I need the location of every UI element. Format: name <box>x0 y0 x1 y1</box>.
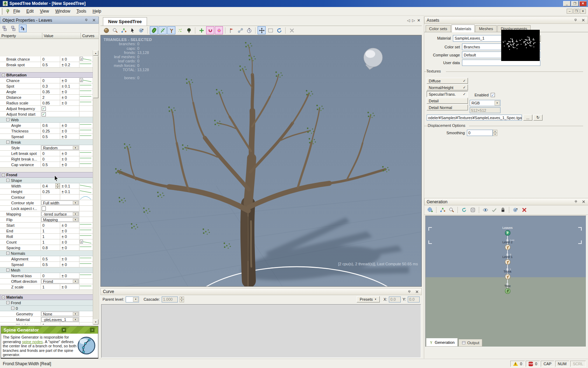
mdi-minimize-button[interactable]: – <box>567 9 573 14</box>
property-row-angle[interactable]: Angle0.6± 0 <box>0 123 93 128</box>
pin-icon[interactable] <box>407 289 412 294</box>
close-button[interactable]: ✕ <box>579 1 587 6</box>
x-input[interactable]: 0.0 <box>389 297 401 302</box>
scroll-down-icon[interactable]: ▼ <box>93 319 98 325</box>
rotate-icon[interactable] <box>275 26 283 34</box>
delete-red-icon[interactable] <box>520 206 528 214</box>
flower-icon[interactable] <box>215 26 223 34</box>
show-fronds-icon[interactable] <box>159 26 167 34</box>
move-icon[interactable] <box>258 26 266 34</box>
close-panel-icon[interactable] <box>581 199 586 204</box>
generator-node-tree[interactable]: Tree <box>493 284 522 294</box>
tab-meshes[interactable]: Meshes <box>475 25 496 32</box>
globe-add-icon[interactable] <box>426 206 434 214</box>
property-row-break-chance[interactable]: Break chance0± 02 <box>0 56 93 62</box>
subgroup-web[interactable]: −Web <box>0 117 93 123</box>
show-leaves-icon[interactable] <box>150 26 158 34</box>
property-row-radius-scale[interactable]: Radius scale0.85± 0 <box>0 100 93 106</box>
magnet-icon[interactable] <box>206 26 214 34</box>
property-row-height[interactable]: Height0.25± 0.1 <box>0 189 93 195</box>
expand-all-icon[interactable] <box>1 25 9 32</box>
property-row-material[interactable]: Material·pleLeaves_1▼ <box>0 317 93 322</box>
generator-node-level-2[interactable]: Level 2 <box>493 240 522 250</box>
column-property[interactable]: Property <box>0 33 42 39</box>
eye-icon[interactable] <box>481 206 489 214</box>
delete-icon[interactable] <box>288 26 296 34</box>
texture-path-input[interactable]: odeler¥Samples¥Textures¥SampleLeaves_1_S… <box>427 115 522 121</box>
property-row-spread[interactable]: Spread0.5± 0 <box>0 134 93 139</box>
timer-icon[interactable] <box>245 26 253 34</box>
close-panel-icon[interactable] <box>581 18 586 23</box>
curve-edit-area[interactable] <box>101 304 421 358</box>
zoom-icon[interactable] <box>447 206 455 214</box>
property-row-offset-direction[interactable]: Offset directionFrond▼ <box>0 279 93 284</box>
property-row-thickness[interactable]: Thickness0.25± 0 <box>0 128 93 134</box>
document-tab[interactable]: New SpeedTree <box>103 17 147 26</box>
subgroup-frond[interactable]: −Frond <box>0 300 93 306</box>
warning-count[interactable]: 0 <box>510 361 525 367</box>
enabled-checkbox[interactable]: ✓ <box>491 93 495 97</box>
cascade-input[interactable]: 1.000 <box>162 297 178 302</box>
group-frond[interactable]: −Frond <box>0 172 93 178</box>
pin-icon[interactable] <box>573 199 578 204</box>
error-count[interactable]: STOP 0 <box>526 361 540 367</box>
mdi-close-button[interactable]: ✕ <box>580 9 586 14</box>
property-row-contour-style[interactable]: Contour styleFull width▼ <box>0 200 93 206</box>
prev-tab-icon[interactable]: ◁ <box>407 18 410 23</box>
presets-button[interactable]: Presets▼ <box>357 296 380 302</box>
property-row-geometry[interactable]: GeometryNone▼ <box>0 311 93 317</box>
close-panel-icon[interactable] <box>91 18 96 23</box>
property-row-adjust-frond-start[interactable]: Adjust frond start✓ <box>0 111 93 117</box>
select-cursor-icon[interactable] <box>128 26 136 34</box>
whats-this-icon[interactable]: ? <box>19 25 27 32</box>
subgroup-shape[interactable]: −Shape <box>0 178 93 183</box>
property-row-adjust-frequency[interactable]: Adjust frequency✓ <box>0 106 93 111</box>
property-row-cap-variance[interactable]: Cap variance0.5± 0 <box>0 162 93 168</box>
close-panel-icon[interactable] <box>414 289 419 294</box>
property-row-width[interactable]: Width0.4▲▼± 0.1 <box>0 183 93 189</box>
lock-icon[interactable] <box>499 206 507 214</box>
bone-add-icon[interactable]: B <box>137 26 145 34</box>
help-list-icon[interactable]: ≡ <box>90 328 94 332</box>
property-row-alignment[interactable]: Alignment0.5± 0 <box>0 256 93 262</box>
show-tree-icon[interactable] <box>185 26 193 34</box>
bone-add-icon[interactable]: B <box>511 206 519 214</box>
property-row-flip[interactable]: FlipMapping▼ <box>0 217 93 223</box>
cascade-stepper[interactable]: ▲▼ <box>180 297 184 302</box>
next-tab-icon[interactable]: ▷ <box>412 18 415 23</box>
menu-tools[interactable]: Tools <box>74 8 90 15</box>
tab-output[interactable]: Output <box>458 339 483 347</box>
property-row-spot[interactable]: Spot0.3± 0.1 <box>0 83 93 89</box>
reload-texture-button[interactable]: ↻ <box>533 115 542 121</box>
add-node-icon[interactable] <box>197 26 205 34</box>
spine-nodes-link[interactable]: spine nodes <box>22 340 43 344</box>
refresh-icon[interactable] <box>460 206 468 214</box>
texture-button-detail-normal[interactable]: Detail Normal <box>427 104 468 110</box>
grid-scrollbar[interactable]: ▲ ▼ <box>93 50 98 325</box>
property-row-lock-aspect-r-[interactable]: Lock aspect r... <box>0 206 93 211</box>
menu-window[interactable]: Window <box>52 8 74 15</box>
tab-generation[interactable]: Generation <box>426 338 458 347</box>
property-row-break-spot[interactable]: Break spot0.5± 0.2 <box>0 62 93 68</box>
mdi-restore-button[interactable]: ❐ <box>573 9 579 14</box>
menu-file[interactable]: File <box>10 8 23 15</box>
generator-node-trunk[interactable]: Trunk <box>493 270 522 280</box>
subgroup-normals[interactable]: −Normals <box>0 251 93 256</box>
browse-button[interactable]: ... <box>523 115 532 121</box>
smoothing-stepper[interactable]: ▲▼ <box>493 130 497 136</box>
property-row-distance[interactable]: Distance2± 0 <box>0 95 93 100</box>
marquee-icon[interactable] <box>266 26 274 34</box>
scroll-up-icon[interactable]: ▲ <box>93 50 98 56</box>
texture-button-diffuse[interactable]: Diffuse✓ <box>427 78 468 84</box>
tab-color-sets[interactable]: Color sets <box>426 25 451 32</box>
close-tab-icon[interactable]: ✕ <box>417 18 420 23</box>
check-icon[interactable] <box>490 206 498 214</box>
texture-button-specular-trans-[interactable]: Specular/Trans.✓ <box>427 91 468 97</box>
render-sphere-icon[interactable] <box>102 26 110 34</box>
property-row-end[interactable]: End1± 0 <box>0 228 93 234</box>
zoom-icon[interactable] <box>111 26 119 34</box>
y-input[interactable]: 0.0 <box>408 297 420 302</box>
link-icon[interactable] <box>236 26 244 34</box>
generator-node-level-1[interactable]: Level 1 <box>493 255 522 265</box>
group-bifurcation[interactable]: −Bifurcation <box>0 72 93 78</box>
